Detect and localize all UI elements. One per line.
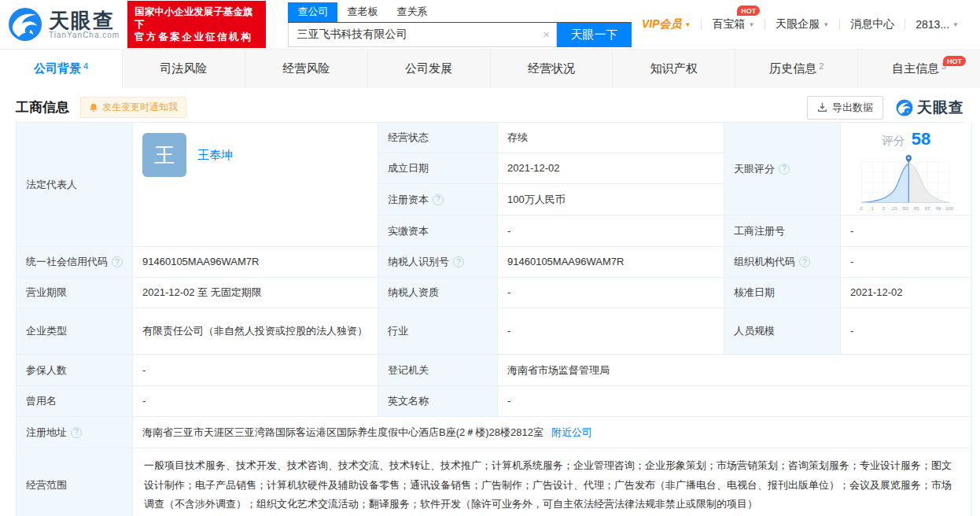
tab-company-development[interactable]: 公司发展	[368, 50, 491, 88]
chevron-down-icon: ▼	[684, 21, 691, 28]
search-tab-company[interactable]: 查公司	[288, 2, 337, 22]
tianyancha-watermark-icon	[896, 99, 913, 116]
svg-text:15: 15	[892, 205, 897, 211]
help-icon[interactable]: ?	[71, 427, 82, 438]
field-label-taxpayer-id: 纳税人识别号 ?	[378, 247, 498, 278]
field-value-taxpayer-quality: -	[498, 278, 724, 308]
field-label-reg-authority: 登记机关	[378, 355, 498, 386]
company-tab-bar: 公司背景4 司法风险 经营风险 公司发展 经营状况 知识产权 历史信息2 自主信…	[0, 49, 980, 88]
search-tabs: 查公司 查老板 查关系	[288, 2, 631, 23]
bell-icon	[89, 103, 98, 112]
export-data-button[interactable]: 导出数据	[807, 96, 883, 120]
field-value-taxpayer-id: 91460105MAA96WAM7R	[498, 247, 724, 278]
top-nav: VIP会员 ▼ HOT 百宝箱 ▼ 天眼企服 ▼ 消息中心 2813... ▼	[632, 17, 969, 31]
help-icon[interactable]: ?	[799, 256, 810, 267]
help-icon[interactable]: ?	[433, 194, 444, 205]
field-value-org-code: -	[841, 247, 972, 278]
field-label-insured-count: 参保人数	[17, 355, 133, 386]
nav-toolbox[interactable]: HOT 百宝箱 ▼	[702, 17, 764, 31]
business-info-table: 法定代表人 王 王奉坤 经营状态 存续 天眼评分 ? 评分 58	[16, 122, 964, 516]
score-caption: 评分	[882, 132, 905, 150]
score-axis-ticks: 0 1 3 15 50 85 97 99 100	[860, 205, 954, 211]
top-header: 天眼查 TianYanCha.com 国家中小企业发展子基金旗下 官方备案企业征…	[0, 0, 980, 49]
field-label-paid-capital: 实缴资本	[378, 216, 498, 247]
field-label-reg-address: 注册地址 ?	[17, 417, 133, 448]
chevron-down-icon: ▼	[748, 21, 754, 28]
field-value-est-date: 2021-12-02	[498, 153, 724, 184]
search-area: 查公司 查老板 查关系 × 天眼一下	[288, 2, 631, 47]
section-header: 工商信息 发生变更时通知我 导出数据 天眼查	[0, 88, 980, 122]
download-icon	[817, 102, 827, 112]
logo-subtitle: TianYanCha.com	[49, 31, 120, 39]
field-label-status: 经营状态	[378, 123, 498, 153]
tab-judicial-risk[interactable]: 司法风险	[123, 50, 245, 88]
field-value-industry: -	[498, 308, 724, 355]
field-value-reg-capital: 100万人民币	[498, 184, 724, 216]
field-label-org-code: 组织机构代码 ?	[724, 247, 841, 278]
tab-intellectual-property[interactable]: 知识产权	[613, 50, 735, 88]
field-label-former-name: 曾用名	[17, 386, 133, 417]
field-value-status: 存续	[498, 123, 724, 153]
svg-text:100: 100	[945, 205, 954, 211]
field-value-business-scope: 一般项目技术服务、技术开发、技术咨询、技术交流、技术转让、技术推广；计算机系统服…	[133, 448, 972, 516]
gov-certification-badge: 国家中小企业发展子基金旗下 官方备案企业征信机构	[127, 1, 266, 48]
field-value-reg-number: -	[841, 216, 972, 247]
field-label-company-type: 企业类型	[17, 308, 133, 355]
nav-enterprise-service[interactable]: 天眼企服 ▼	[765, 17, 839, 31]
score-value: 58	[912, 126, 930, 152]
search-input[interactable]	[289, 23, 555, 46]
avatar[interactable]: 王	[142, 133, 186, 177]
svg-text:50: 50	[903, 205, 908, 211]
field-label-approval-date: 核准日期	[724, 278, 841, 308]
watermark-logo: 天眼查	[896, 98, 964, 118]
field-label-credit-code: 统一社会信用代码 ?	[17, 247, 133, 278]
field-value-staff-size: -	[841, 308, 972, 355]
help-icon[interactable]: ?	[453, 256, 464, 267]
field-value-former-name: -	[133, 386, 378, 417]
nav-vip[interactable]: VIP会员 ▼	[632, 17, 702, 31]
field-label-est-date: 成立日期	[378, 153, 498, 184]
field-value-insured-count: -	[133, 355, 378, 386]
help-icon[interactable]: ?	[779, 164, 790, 175]
search-tab-boss[interactable]: 查老板	[337, 2, 387, 22]
nearby-companies-link[interactable]: 附近公司	[551, 425, 592, 440]
svg-text:99: 99	[936, 205, 941, 211]
tianyancha-logo[interactable]: 天眼查 TianYanCha.com	[8, 7, 120, 42]
tab-history-info[interactable]: 历史信息2	[735, 50, 858, 88]
field-label-industry: 行业	[378, 308, 498, 355]
field-label-legal-rep: 法定代表人	[17, 123, 133, 247]
field-value-legal-rep: 王 王奉坤	[133, 123, 378, 247]
notify-change-button[interactable]: 发生变更时通知我	[80, 97, 186, 118]
nav-message-center[interactable]: 消息中心	[840, 17, 904, 31]
field-label-tianyan-score: 天眼评分 ?	[724, 123, 841, 216]
legal-rep-link[interactable]: 王奉坤	[197, 146, 233, 164]
page-title: 工商信息	[16, 98, 69, 116]
search-tab-relation[interactable]: 查关系	[387, 2, 437, 22]
field-value-credit-code: 91460105MAA96WAM7R	[133, 247, 378, 278]
field-value-company-type: 有限责任公司（非自然人投资或控股的法人独资）	[133, 308, 378, 355]
help-icon[interactable]: ?	[112, 256, 123, 267]
field-label-staff-size: 人员规模	[724, 308, 841, 355]
field-label-reg-number: 工商注册号	[724, 216, 841, 247]
field-value-tianyan-score: 评分 58 0	[841, 123, 972, 216]
field-value-business-term: 2021-12-02 至 无固定期限	[133, 278, 378, 308]
tab-operation-status[interactable]: 经营状况	[491, 50, 613, 88]
field-label-business-scope: 经营范围	[17, 448, 133, 516]
field-value-paid-capital: -	[498, 216, 724, 247]
tab-operation-risk[interactable]: 经营风险	[245, 50, 368, 88]
clear-icon[interactable]: ×	[543, 28, 550, 41]
tab-company-background[interactable]: 公司背景4	[0, 50, 123, 88]
svg-text:1: 1	[871, 205, 875, 211]
field-value-reg-authority: 海南省市场监督管理局	[498, 355, 972, 386]
chevron-down-icon: ▼	[823, 21, 829, 28]
chevron-down-icon: ▼	[952, 21, 959, 28]
search-button[interactable]: 天眼一下	[557, 23, 632, 47]
svg-text:3: 3	[882, 205, 886, 211]
svg-text:0: 0	[860, 205, 864, 211]
nav-account[interactable]: 2813... ▼	[905, 18, 969, 31]
svg-text:85: 85	[914, 205, 919, 211]
hot-badge: HOT	[943, 56, 966, 66]
field-value-english-name: -	[498, 386, 972, 417]
logo-title: 天眼查	[49, 10, 120, 31]
tab-self-info[interactable]: 自主信息3 HOT	[858, 50, 980, 88]
